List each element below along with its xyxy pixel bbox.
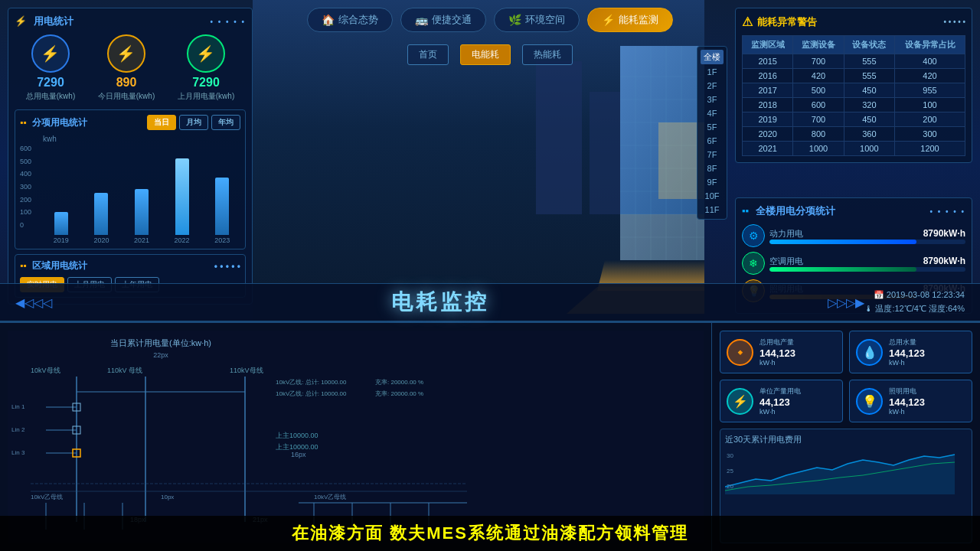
stat-card-water: 💧 总用水量 144,123 kW·h	[849, 331, 972, 373]
table-row: 2020800360300	[743, 127, 965, 142]
nav-space[interactable]: 🌿 环境空间	[494, 8, 580, 32]
sub-electricity-tabs: 当日 月均 年均	[147, 115, 240, 130]
stat-today: ⚡ 890 今日用电量(kwh)	[98, 34, 155, 102]
nav-bar: 🏠 综合态势 🚌 便捷交通 🌿 环境空间 ⚡ 能耗监测	[307, 8, 673, 32]
weather-icon: 🌡	[864, 304, 873, 313]
table-row: 2017500450955	[743, 83, 965, 98]
ac-bar-track	[769, 267, 965, 272]
nav-home-label: 综合态势	[338, 13, 378, 27]
energy-ac: ❄ 空调用电 8790kW·h	[742, 252, 965, 275]
transport-icon: 🚌	[415, 14, 428, 26]
nav-transport-label: 便捷交通	[432, 13, 472, 27]
chart-unit: kwh	[43, 135, 240, 143]
svg-text:16px: 16px	[291, 451, 306, 458]
floor-all[interactable]: 全楼	[701, 50, 724, 64]
col-status: 设备状态	[844, 36, 894, 54]
floor-6f[interactable]: 6F	[701, 135, 724, 147]
floor-3f[interactable]: 3F	[701, 93, 724, 106]
alert-title: 能耗异常警告	[757, 15, 817, 29]
table-cell: 360	[844, 127, 894, 142]
stat-label-today: 今日用电量(kwh)	[98, 91, 155, 102]
svg-text:充率: 20000.00 %: 充率: 20000.00 %	[375, 390, 423, 397]
stat-monthly: ⚡ 7290 上月用电量(kwh)	[178, 34, 234, 102]
floor-2f[interactable]: 2F	[701, 80, 724, 92]
svg-text:110kV母线: 110kV母线	[230, 367, 263, 374]
production-icon: 🔸	[727, 339, 753, 366]
floor-1f[interactable]: 1F	[701, 66, 724, 78]
nav-energy-label: 能耗监测	[619, 13, 658, 27]
sub-btn-electric[interactable]: 电能耗	[460, 44, 511, 65]
table-cell: 200	[895, 112, 965, 127]
water-info: 总用水量 144,123 kW·h	[889, 337, 925, 367]
table-cell: 320	[844, 98, 894, 112]
stat-circle-monthly: ⚡	[187, 34, 225, 73]
table-row: 2015700555400	[743, 54, 965, 69]
power-icon: ⚙	[742, 224, 765, 247]
electricity-stats-panel: ⚡ 用电统计 • • • • • ⚡ 7290 总用电量(kwh) ⚡ 890 …	[8, 8, 253, 305]
table-row: 2019700450200	[743, 112, 965, 127]
table-cell: 1000	[793, 142, 844, 156]
floor-stats-header: ▪▪ 全楼用电分项统计 • • • • •	[742, 204, 965, 218]
sub-electricity-header: ▪▪ 分项用电统计 当日 月均 年均	[20, 115, 240, 130]
table-cell: 450	[844, 112, 894, 127]
sub-btn-thermal[interactable]: 热能耗	[522, 44, 573, 65]
svg-text:Lin 3: Lin 3	[11, 449, 25, 456]
stat-label-total: 总用电量(kwh)	[26, 91, 75, 102]
table-cell: 555	[844, 69, 894, 83]
svg-text:上主10000.00: 上主10000.00	[276, 432, 318, 439]
floor-9f[interactable]: 9F	[701, 176, 724, 188]
table-row: 2021100010001200	[743, 142, 965, 156]
ac-label: 空调用电	[769, 256, 803, 267]
alert-dots: • • • • •	[943, 18, 965, 26]
table-cell: 2020	[743, 127, 793, 142]
tab-yearly[interactable]: 年均	[211, 115, 240, 130]
trend-line: 30 25 20	[725, 448, 967, 494]
alert-icon: ⚠	[742, 15, 753, 29]
floor-10f[interactable]: 10F	[701, 190, 724, 202]
chart-title: 近30天累计用电费用	[725, 434, 967, 445]
nav-energy[interactable]: ⚡ 能耗监测	[587, 8, 673, 32]
bar-2022: 2022	[164, 158, 201, 244]
svg-text:25: 25	[727, 468, 733, 474]
nav-home[interactable]: 🏠 综合态势	[307, 8, 393, 32]
table-cell: 555	[844, 54, 894, 69]
sub-btn-home[interactable]: 首页	[407, 44, 449, 65]
col-area: 监测区域	[743, 36, 793, 54]
right-decoration: ▷▷▷▶	[828, 295, 864, 310]
power-bar-fill	[769, 240, 916, 244]
table-cell: 800	[793, 127, 844, 142]
bar-2019: 2019	[43, 212, 80, 244]
svg-text:10kV乙线: 总计: 10000.00: 10kV乙线: 总计: 10000.00	[276, 390, 347, 397]
sub-electricity-panel: ▪▪ 分项用电统计 当日 月均 年均 kwh 600 500 400 300 2…	[15, 109, 246, 249]
stat-circle-total: ⚡	[31, 34, 70, 73]
table-cell: 420	[793, 69, 844, 83]
power-value: 8790kW·h	[923, 228, 965, 240]
floor-7f[interactable]: 7F	[701, 148, 724, 161]
svg-text:10kV母线: 10kV母线	[31, 367, 60, 374]
floor-5f[interactable]: 5F	[701, 121, 724, 133]
svg-text:Lin 1: Lin 1	[11, 403, 25, 410]
floor-4f[interactable]: 4F	[701, 107, 724, 119]
ac-value: 8790kW·h	[923, 256, 965, 267]
svg-marker-74	[725, 455, 955, 494]
tab-daily[interactable]: 当日	[147, 115, 176, 130]
table-cell: 955	[895, 83, 965, 98]
stat-value-total: 7290	[26, 76, 75, 90]
floor-11f[interactable]: 11F	[701, 204, 724, 216]
panel-dots: • • • • •	[210, 18, 246, 26]
table-cell: 2018	[743, 98, 793, 112]
light-card-icon: 💡	[856, 388, 883, 415]
unit-elec-icon: ⚡	[727, 388, 753, 415]
nav-transport[interactable]: 🚌 便捷交通	[400, 8, 486, 32]
svg-text:Lin 2: Lin 2	[11, 426, 25, 433]
subtitle-text: 在油漆方面 数夫MES系统通过油漆配方领料管理	[292, 523, 688, 543]
tab-monthly[interactable]: 月均	[179, 115, 208, 130]
floor-8f[interactable]: 8F	[701, 162, 724, 174]
water-icon: 💧	[856, 339, 883, 366]
floor-selector: 全楼 1F 2F 3F 4F 5F 6F 7F 8F 9F 10F 11F	[697, 46, 727, 220]
datetime-display: 📅 2019-03-08 12:23:34	[864, 289, 965, 302]
circuit-svg: 当日累计用电量(单位:kw·h) 22px 10kV母线 110kV 母线 11…	[8, 331, 704, 543]
svg-text:充率: 20000.00 %: 充率: 20000.00 %	[375, 379, 423, 386]
chart-bars: 2019 2020 2021 2022	[43, 160, 240, 244]
table-cell: 420	[895, 69, 965, 83]
